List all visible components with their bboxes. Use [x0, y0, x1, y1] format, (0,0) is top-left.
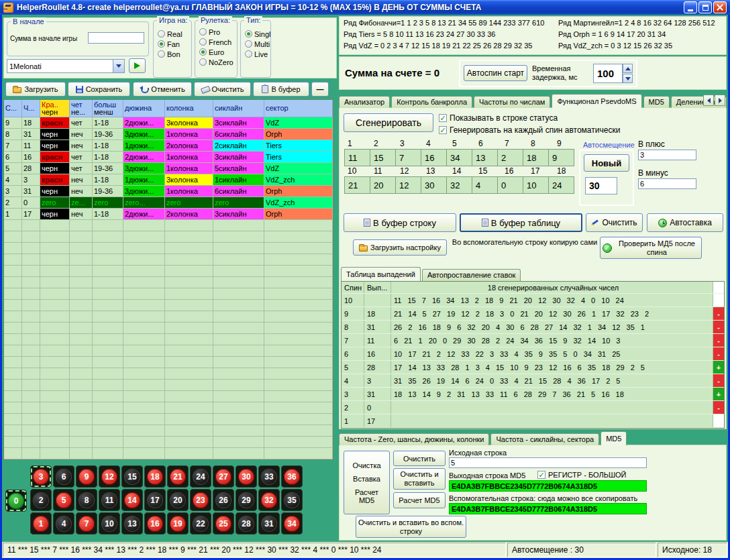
roulette-number-27[interactable]: 27: [213, 465, 234, 488]
history-row[interactable]: 528чернчет19-363дюжи...1колонка5сиклайнV…: [4, 163, 333, 174]
play-button[interactable]: [129, 58, 146, 73]
autoshift-value[interactable]: 30: [585, 177, 617, 194]
bottom-tab-2[interactable]: MD5: [601, 431, 627, 445]
radio-option-fan[interactable]: Fan: [158, 40, 191, 48]
history-row[interactable]: 918краснчет1-182дюжи...3колонка3сиклайнV…: [4, 117, 333, 129]
ms-grid-value[interactable]: 20: [370, 176, 396, 194]
tab-scroll-left-button[interactable]: [703, 95, 714, 106]
roulette-number-32[interactable]: 32: [258, 489, 280, 511]
roulette-number-16[interactable]: 16: [144, 512, 166, 535]
roulette-number-20[interactable]: 20: [167, 489, 189, 511]
roulette-number-31[interactable]: 31: [258, 512, 280, 535]
start-sum-input[interactable]: [88, 32, 144, 44]
roulette-number-11[interactable]: 11: [99, 489, 120, 511]
plus-input[interactable]: [638, 150, 696, 160]
history-header-8[interactable]: сектор: [264, 100, 333, 117]
md5-clear-paste-helper-button[interactable]: Очистить и вставить во вспом. строку: [356, 516, 466, 538]
ms-grid-value[interactable]: 0: [497, 176, 523, 194]
roulette-number-13[interactable]: 13: [121, 512, 143, 535]
ms-grid-value[interactable]: 32: [446, 176, 472, 194]
history-row[interactable]: 331черннеч19-363дюжи...1колонка6сиклайнO…: [4, 186, 333, 197]
minus-input[interactable]: [638, 178, 696, 189]
buffer-table-button[interactable]: В буфер таблицу: [460, 213, 582, 232]
checkbox-uppercase[interactable]: ✓ РЕГИСТР - БОЛЬШОЙ: [537, 471, 626, 479]
history-header-0[interactable]: С...: [4, 100, 22, 117]
roulette-number-15[interactable]: 15: [121, 465, 143, 488]
roulette-number-17[interactable]: 17: [144, 489, 166, 511]
roulette-number-0[interactable]: 0: [5, 490, 27, 512]
md5-source-input[interactable]: [449, 457, 647, 468]
main-tab-2[interactable]: Частоты по числам: [474, 96, 550, 108]
roulette-number-30[interactable]: 30: [236, 465, 257, 488]
ms-grid-value[interactable]: 18: [523, 149, 549, 166]
md5-clear-paste-button[interactable]: Очистить и вставить: [393, 468, 446, 490]
save-button[interactable]: Сохранить: [68, 82, 130, 97]
maximize-button[interactable]: [698, 1, 712, 13]
history-row[interactable]: 831черннеч19-363дюжи...1колонка6сиклайнO…: [4, 129, 333, 140]
ms-grid-value[interactable]: 12: [395, 176, 421, 194]
radio-option-euro[interactable]: Euro: [199, 48, 237, 56]
autospin-start-button[interactable]: Автоспин старт: [464, 65, 527, 81]
roulette-number-18[interactable]: 18: [144, 465, 166, 488]
autobet-button[interactable]: Автоставка: [647, 213, 723, 232]
md5-multi-button[interactable]: Очистка Вставка Расчет MD5: [344, 451, 390, 514]
roulette-number-35[interactable]: 35: [281, 489, 303, 511]
clear-generated-button[interactable]: Очистить: [586, 213, 643, 232]
history-header-5[interactable]: дюжина: [123, 100, 165, 117]
tab-scroll-right-button[interactable]: [715, 95, 725, 106]
history-header-7[interactable]: сиклайн: [213, 100, 264, 117]
ms-grid-value[interactable]: 30: [421, 176, 447, 194]
history-header-4[interactable]: большменш: [93, 100, 123, 117]
radio-option-multi[interactable]: Multi: [245, 40, 270, 48]
buffer-line-button[interactable]: В буфер строку: [344, 213, 456, 232]
bottom-tab-1[interactable]: Частота - сиклайны, сектора: [490, 433, 599, 445]
checkbox-generate-each-spin[interactable]: ✓ Генерировать на каждый спин автоматиче…: [439, 125, 620, 135]
main-tab-4[interactable]: MD5: [643, 96, 670, 108]
generate-button[interactable]: Сгенерировать: [344, 113, 433, 132]
undo-button[interactable]: Отменить: [133, 82, 192, 97]
ms-grid-value[interactable]: 2: [497, 149, 523, 166]
radio-option-real[interactable]: Real: [158, 30, 191, 38]
roulette-number-8[interactable]: 8: [76, 489, 97, 511]
roulette-number-34[interactable]: 34: [281, 512, 303, 535]
roulette-number-24[interactable]: 24: [190, 465, 211, 488]
autoshift-new-button[interactable]: Новый: [584, 154, 629, 172]
minimize-button[interactable]: [684, 1, 697, 13]
radio-option-nozero[interactable]: NoZero: [199, 58, 237, 66]
ms-grid-value[interactable]: 10: [523, 176, 549, 194]
roulette-number-5[interactable]: 5: [53, 489, 74, 511]
sub-tab-1[interactable]: Автопроставление ставок: [422, 269, 521, 281]
roulette-number-28[interactable]: 28: [236, 512, 257, 535]
history-header-6[interactable]: колонка: [165, 100, 213, 117]
check-md5-button[interactable]: ✓ Проверить МД5 после спина: [600, 237, 702, 259]
sub-tab-0[interactable]: Таблица выпадений: [341, 267, 421, 281]
preset-select[interactable]: 1Melonati: [7, 59, 125, 73]
radio-option-pro[interactable]: Pro: [199, 27, 237, 36]
ms-grid-value[interactable]: 34: [446, 149, 472, 166]
roulette-number-1[interactable]: 1: [30, 512, 52, 535]
history-row[interactable]: 43красннеч1-181дюжи...3колонка1сиклайнVd…: [4, 174, 333, 186]
ms-grid-value[interactable]: 24: [548, 176, 574, 194]
main-tab-1[interactable]: Контроль банкролла: [391, 96, 472, 108]
history-header-3[interactable]: четне...: [70, 100, 93, 117]
roulette-number-36[interactable]: 36: [281, 465, 303, 488]
ms-grid-value[interactable]: 9: [548, 149, 574, 166]
radio-option-bon[interactable]: Bon: [158, 50, 191, 58]
delay-down-button[interactable]: [623, 74, 633, 83]
roulette-number-14[interactable]: 14: [121, 489, 143, 511]
ms-grid-value[interactable]: 13: [472, 149, 498, 166]
ms-grid-value[interactable]: 4: [472, 176, 498, 194]
roulette-number-26[interactable]: 26: [213, 489, 234, 511]
close-button[interactable]: [713, 1, 727, 13]
roulette-number-3[interactable]: 3: [30, 465, 52, 488]
delay-input[interactable]: 100: [593, 64, 623, 83]
roulette-number-21[interactable]: 21: [167, 465, 189, 488]
ms-grid-value[interactable]: 11: [344, 149, 370, 166]
preset-select-arrow-button[interactable]: [113, 60, 124, 72]
collapse-button[interactable]: —: [311, 82, 329, 97]
roulette-number-4[interactable]: 4: [53, 512, 74, 535]
radio-option-singl[interactable]: Singl: [245, 30, 270, 38]
ms-grid-value[interactable]: 21: [344, 176, 370, 194]
history-row[interactable]: 117черннеч1-182дюжи...2колонка3сиклайнOr…: [4, 209, 333, 220]
ms-grid-value[interactable]: 15: [370, 149, 396, 166]
